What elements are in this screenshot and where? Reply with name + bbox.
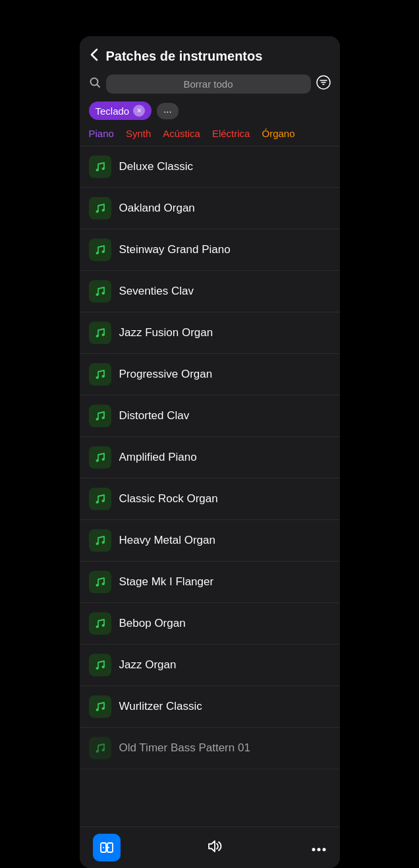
item-name: Oakland Organ bbox=[119, 202, 195, 215]
list-item[interactable]: Wurlitzer Classic bbox=[80, 686, 340, 728]
svg-point-16 bbox=[101, 375, 104, 378]
svg-point-20 bbox=[101, 458, 104, 461]
music-note-icon bbox=[89, 446, 111, 469]
svg-point-14 bbox=[101, 333, 104, 336]
svg-point-29 bbox=[96, 667, 98, 670]
svg-point-7 bbox=[96, 210, 98, 213]
music-note-icon bbox=[89, 405, 111, 427]
tab-piano[interactable]: Piano bbox=[89, 128, 114, 139]
tag-chip-teclado: Teclado × bbox=[89, 101, 152, 120]
list-item[interactable]: Progressive Organ bbox=[80, 354, 340, 395]
svg-point-28 bbox=[101, 624, 104, 627]
svg-point-15 bbox=[96, 376, 98, 379]
music-note-icon bbox=[89, 654, 111, 676]
svg-point-32 bbox=[101, 707, 104, 710]
back-button[interactable] bbox=[90, 48, 106, 64]
item-name: Jazz Organ bbox=[119, 658, 177, 672]
svg-point-30 bbox=[101, 666, 104, 668]
svg-point-25 bbox=[96, 584, 98, 587]
music-note-icon bbox=[89, 529, 111, 552]
list-item[interactable]: Jazz Fusion Organ bbox=[80, 312, 340, 354]
more-options-button[interactable] bbox=[311, 840, 327, 855]
list-item[interactable]: Distorted Clav bbox=[80, 395, 340, 437]
item-name: Bebop Organ bbox=[119, 617, 186, 630]
tag-close-button[interactable]: × bbox=[133, 105, 145, 117]
svg-point-34 bbox=[101, 749, 104, 751]
svg-point-17 bbox=[96, 418, 98, 420]
svg-point-8 bbox=[101, 209, 104, 212]
item-name: Amplified Piano bbox=[119, 451, 197, 464]
svg-point-11 bbox=[96, 293, 98, 296]
list-item[interactable]: Jazz Organ bbox=[80, 645, 340, 686]
list-item[interactable]: Oakland Organ bbox=[80, 188, 340, 229]
svg-point-19 bbox=[96, 459, 98, 462]
svg-point-33 bbox=[96, 750, 98, 753]
svg-point-38 bbox=[317, 848, 320, 851]
svg-point-21 bbox=[96, 501, 98, 504]
svg-point-24 bbox=[101, 541, 104, 544]
svg-point-9 bbox=[96, 252, 98, 254]
tag-more-button[interactable]: ··· bbox=[157, 103, 179, 119]
music-note-icon bbox=[89, 197, 111, 219]
item-name: Old Timer Bass Pattern 01 bbox=[119, 741, 250, 755]
svg-point-37 bbox=[312, 848, 315, 851]
volume-button[interactable] bbox=[206, 839, 225, 857]
svg-point-10 bbox=[101, 250, 104, 253]
svg-point-26 bbox=[101, 583, 104, 585]
item-name: Wurlitzer Classic bbox=[119, 700, 202, 713]
svg-point-22 bbox=[101, 500, 104, 502]
toolbar-left-button[interactable] bbox=[93, 834, 121, 861]
list-item[interactable]: Bebop Organ bbox=[80, 603, 340, 645]
music-note-icon bbox=[89, 239, 111, 261]
music-note-icon bbox=[89, 695, 111, 718]
list-item[interactable]: Seventies Clav bbox=[80, 271, 340, 312]
list-item[interactable]: Deluxe Classic bbox=[80, 146, 340, 188]
item-name: Steinway Grand Piano bbox=[119, 243, 231, 256]
list-item[interactable]: Classic Rock Organ bbox=[80, 478, 340, 520]
tab-acustica[interactable]: Acústica bbox=[163, 128, 200, 139]
item-name: Stage Mk I Flanger bbox=[119, 575, 214, 589]
bottom-toolbar bbox=[80, 826, 340, 868]
search-icon bbox=[89, 76, 101, 92]
filter-tabs: Piano Synth Acústica Eléctrica Órgano bbox=[80, 125, 340, 146]
page-title: Patches de instrumentos bbox=[106, 49, 329, 64]
search-input[interactable]: Borrar todo bbox=[106, 74, 311, 94]
svg-point-6 bbox=[101, 167, 104, 170]
item-name: Seventies Clav bbox=[119, 285, 194, 298]
filter-button[interactable] bbox=[316, 75, 331, 93]
instrument-list: Deluxe Classic Oakland Organ Steinway Gr… bbox=[80, 146, 340, 826]
svg-point-5 bbox=[96, 169, 98, 171]
list-item[interactable]: Old Timer Bass Pattern 01 bbox=[80, 728, 340, 769]
header: Patches de instrumentos bbox=[80, 36, 340, 71]
music-note-icon bbox=[89, 488, 111, 510]
app-container: Patches de instrumentos Borrar todo Tecl… bbox=[80, 36, 340, 868]
list-item[interactable]: Heavy Metal Organ bbox=[80, 520, 340, 562]
item-name: Deluxe Classic bbox=[119, 160, 193, 173]
music-note-icon bbox=[89, 322, 111, 344]
music-note-icon bbox=[89, 612, 111, 635]
search-bar: Borrar todo bbox=[80, 71, 340, 99]
music-note-icon bbox=[89, 363, 111, 386]
tab-synth[interactable]: Synth bbox=[126, 128, 151, 139]
tab-organo[interactable]: Órgano bbox=[262, 128, 294, 139]
music-note-icon bbox=[89, 571, 111, 593]
item-name: Distorted Clav bbox=[119, 409, 190, 422]
svg-point-27 bbox=[96, 625, 98, 628]
item-name: Progressive Organ bbox=[119, 368, 213, 381]
music-note-icon bbox=[89, 280, 111, 303]
music-note-icon bbox=[89, 156, 111, 178]
music-note-icon bbox=[89, 737, 111, 759]
svg-point-12 bbox=[101, 292, 104, 295]
tag-area: Teclado × ··· bbox=[80, 99, 340, 125]
svg-point-13 bbox=[96, 335, 98, 337]
item-name: Heavy Metal Organ bbox=[119, 534, 215, 547]
svg-point-23 bbox=[96, 542, 98, 545]
list-item[interactable]: Steinway Grand Piano bbox=[80, 229, 340, 271]
list-item[interactable]: Stage Mk I Flanger bbox=[80, 562, 340, 603]
item-name: Jazz Fusion Organ bbox=[119, 326, 213, 339]
item-name: Classic Rock Organ bbox=[119, 492, 218, 506]
search-placeholder: Borrar todo bbox=[183, 78, 233, 90]
tab-electrica[interactable]: Eléctrica bbox=[212, 128, 250, 139]
list-item[interactable]: Amplified Piano bbox=[80, 437, 340, 478]
tag-label: Teclado bbox=[96, 105, 130, 117]
